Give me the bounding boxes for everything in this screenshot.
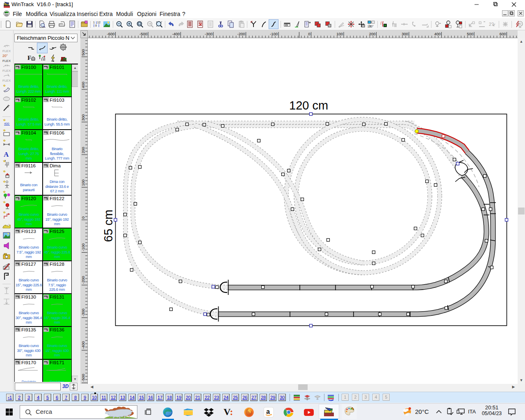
svg-text:200: 200: [81, 147, 85, 153]
svg-text:f: f: [381, 21, 382, 25]
svg-text:100: 100: [336, 32, 343, 36]
svg-text:65 cm: 65 cm: [102, 210, 115, 242]
svg-text:FLEX: FLEX: [2, 79, 11, 82]
svg-text:400: 400: [434, 32, 441, 36]
svg-text:9: 9: [95, 24, 97, 27]
svg-text:500: 500: [467, 32, 473, 36]
svg-text:a: a: [266, 408, 270, 415]
svg-text:600: 600: [500, 32, 506, 36]
svg-text:FLEX: FLEX: [2, 49, 11, 52]
svg-text:0: 0: [81, 217, 85, 219]
svg-text:500: 500: [81, 49, 85, 56]
svg-text:-600: -600: [107, 32, 114, 36]
svg-text:200: 200: [369, 32, 376, 36]
svg-text:0: 0: [308, 32, 310, 36]
svg-text:12: 12: [97, 21, 100, 24]
svg-text:-300: -300: [205, 32, 212, 36]
svg-text:180°: 180°: [368, 25, 374, 28]
svg-text:-300: -300: [81, 308, 85, 316]
svg-text:120 cm: 120 cm: [289, 99, 328, 112]
svg-text:-100: -100: [270, 32, 278, 36]
svg-text:FLEX: FLEX: [2, 69, 11, 72]
svg-text:100: 100: [81, 180, 85, 186]
svg-text:F: F: [27, 55, 31, 61]
svg-text:300: 300: [402, 32, 408, 36]
svg-text:-400: -400: [172, 32, 180, 36]
svg-text:-500: -500: [81, 374, 85, 381]
svg-text:A: A: [4, 151, 9, 158]
svg-text:300: 300: [81, 114, 85, 121]
svg-text:10: 10: [5, 161, 9, 165]
svg-text:20°: 20°: [2, 54, 8, 58]
svg-text:-500: -500: [139, 32, 147, 36]
svg-text:-200: -200: [81, 276, 85, 284]
svg-text:400: 400: [4, 122, 9, 126]
svg-text:-200: -200: [237, 32, 245, 36]
svg-text:1: 1: [93, 21, 95, 24]
svg-text:-400: -400: [81, 341, 85, 349]
svg-text:-100: -100: [81, 243, 85, 251]
svg-text:FLEX: FLEX: [2, 59, 11, 62]
svg-text:400: 400: [81, 82, 85, 88]
